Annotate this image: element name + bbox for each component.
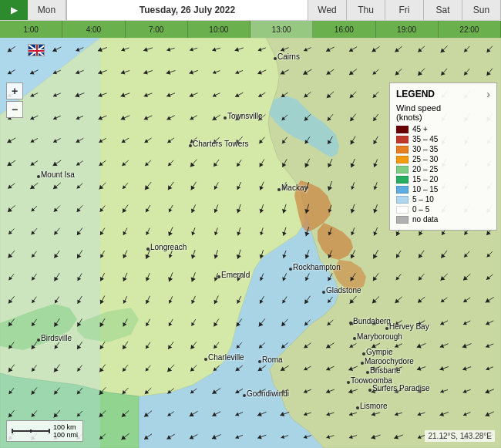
legend-color-swatch xyxy=(396,206,409,214)
city-dot xyxy=(224,116,227,120)
city-dot xyxy=(353,337,356,340)
city-label: Brisbane xyxy=(370,366,400,375)
city-dot xyxy=(274,57,277,60)
map[interactable]: CairnsTownsvilleCharters TowersMount Isa… xyxy=(0,38,501,448)
zoom-controls: + − xyxy=(6,83,23,118)
legend-item: 30 – 35 xyxy=(396,145,490,153)
city-dot xyxy=(189,144,192,147)
legend-color-swatch xyxy=(396,196,409,204)
legend-color-swatch xyxy=(396,216,409,224)
city-dot xyxy=(385,327,388,330)
city-dot xyxy=(362,352,365,355)
legend-title: LEGEND xyxy=(396,89,435,99)
city-dot xyxy=(289,268,292,271)
timeline-tick[interactable]: 7:00 xyxy=(126,21,188,38)
city-label: Maroochydore xyxy=(365,357,414,365)
nav-day-active[interactable]: Tuesday, 26 July 2022 xyxy=(66,0,308,20)
city-dot xyxy=(37,339,40,342)
scale-bar-svg xyxy=(12,426,50,436)
zoom-in-button[interactable]: + xyxy=(6,83,23,99)
city-label: Rockhampton xyxy=(293,263,341,271)
city-label: Emerald xyxy=(221,271,250,279)
scale-label: 100 km 100 nmi xyxy=(53,423,78,439)
timeline-tick[interactable]: 13:00 xyxy=(250,21,313,38)
nav-day-mon[interactable]: Mon xyxy=(28,0,66,20)
play-icon: ▶ xyxy=(11,5,18,15)
nav-day-sun[interactable]: Sun xyxy=(462,0,501,20)
legend-item-label: 30 – 35 xyxy=(412,145,438,153)
country-icon[interactable] xyxy=(28,44,45,56)
legend-color-swatch xyxy=(396,126,409,133)
nav-day-sat[interactable]: Sat xyxy=(424,0,462,20)
city-label: Roma xyxy=(262,355,283,364)
legend-color-swatch xyxy=(396,146,409,153)
city-dot xyxy=(356,406,359,409)
legend-color-swatch xyxy=(396,166,409,173)
city-label: Mackay xyxy=(281,184,308,192)
city-label: Hervey Bay xyxy=(389,322,429,331)
legend-item: 35 – 45 xyxy=(396,135,490,143)
city-label: Gympie xyxy=(366,348,392,356)
city-dot xyxy=(347,381,350,384)
svg-rect-10 xyxy=(12,429,13,433)
timeline-tick[interactable]: 4:00 xyxy=(62,21,125,38)
city-dot xyxy=(368,389,372,392)
svg-rect-8 xyxy=(29,50,45,52)
app-container: ▶ Mon Tuesday, 26 July 2022 Wed Thu Fri … xyxy=(0,0,501,448)
legend-item-label: 5 – 10 xyxy=(412,195,434,204)
nav-day-thu[interactable]: Thu xyxy=(347,0,385,20)
legend-color-swatch xyxy=(396,156,409,163)
legend-header: LEGEND › xyxy=(396,88,490,100)
city-label: Lismore xyxy=(360,402,388,410)
nav-day-wed[interactable]: Wed xyxy=(308,0,347,20)
city-dot xyxy=(204,358,207,361)
scale-bar: 100 km 100 nmi xyxy=(6,420,83,442)
legend-subtitle: Wind speed(knots) xyxy=(396,103,490,122)
city-dot xyxy=(277,188,281,191)
city-label: Charters Towers xyxy=(193,140,249,148)
legend-item-label: no data xyxy=(412,215,438,224)
legend-item-label: 0 – 5 xyxy=(412,205,429,214)
legend-item-label: 10 – 15 xyxy=(412,185,438,194)
svg-rect-12 xyxy=(30,429,32,433)
city-label: Bundaberg xyxy=(353,317,391,325)
city-dot xyxy=(37,175,40,178)
timeline-tick[interactable]: 19:00 xyxy=(376,21,439,38)
timeline-tick[interactable]: 10:00 xyxy=(188,21,250,38)
city-dot xyxy=(146,248,150,251)
timeline-tick[interactable]: 22:00 xyxy=(439,21,501,38)
legend-color-swatch xyxy=(396,186,409,194)
legend-item: 15 – 20 xyxy=(396,175,490,184)
nav-day-fri[interactable]: Fri xyxy=(385,0,424,20)
svg-rect-11 xyxy=(49,429,50,433)
zoom-out-button[interactable]: − xyxy=(6,101,23,118)
legend-item: 20 – 25 xyxy=(396,165,490,173)
timeline[interactable]: 1:004:007:0010:0013:0016:0019:0022:00 xyxy=(0,21,501,38)
timeline-tick[interactable]: 1:00 xyxy=(0,21,62,38)
coordinates-display: 21.12°S, 143.28°E xyxy=(425,430,495,442)
city-dot xyxy=(258,360,261,363)
city-dot xyxy=(349,322,352,325)
legend-expand-button[interactable]: › xyxy=(486,88,490,100)
legend-items: 45 +35 – 4530 – 3525 – 3020 – 2515 – 201… xyxy=(396,125,490,224)
legend-color-swatch xyxy=(396,176,409,184)
city-label: Charleville xyxy=(208,353,244,362)
legend-item-label: 45 + xyxy=(412,125,428,133)
city-label: Goondiwindi xyxy=(247,389,289,398)
legend-item-label: 35 – 45 xyxy=(412,135,438,143)
top-nav: ▶ Mon Tuesday, 26 July 2022 Wed Thu Fri … xyxy=(0,0,501,21)
legend-item-label: 20 – 25 xyxy=(412,165,438,173)
legend-item: no data xyxy=(396,215,490,224)
timeline-tick[interactable]: 16:00 xyxy=(313,21,375,38)
city-dot xyxy=(322,291,325,294)
play-button[interactable]: ▶ xyxy=(0,0,28,20)
city-dot xyxy=(366,371,369,374)
city-label: Longreach xyxy=(150,243,187,251)
city-dot xyxy=(217,275,220,278)
city-label: Cairns xyxy=(277,52,300,61)
city-label: Townsville xyxy=(227,112,263,120)
city-label: Birdsville xyxy=(41,334,72,342)
city-label: Surfers Paradise xyxy=(372,384,429,392)
legend-item: 45 + xyxy=(396,125,490,133)
city-label: Gladstone xyxy=(326,286,361,295)
